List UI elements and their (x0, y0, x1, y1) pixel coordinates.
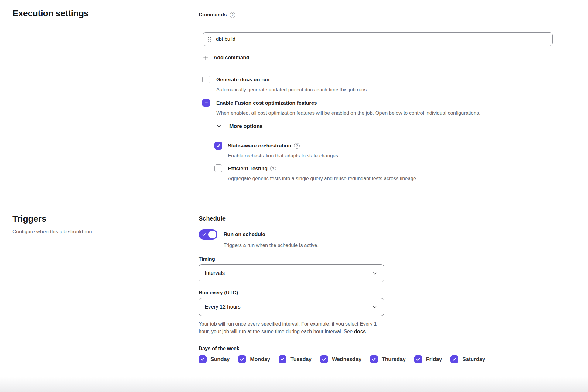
triggers-title: Triggers (12, 213, 199, 224)
toggle-knob (208, 231, 216, 238)
triggers-subtitle: Configure when this job should run. (12, 228, 199, 235)
day-label: Saturday (462, 356, 485, 363)
option-fusion-cost: Enable Fusion cost optimization features… (202, 99, 565, 116)
add-command-label: Add command (214, 54, 249, 61)
toggle-check-icon (202, 232, 206, 237)
chevron-down-icon (372, 305, 377, 309)
saturday-checkbox[interactable] (450, 355, 458, 363)
run-on-schedule-label: Run on schedule (224, 231, 319, 238)
monday-checkbox[interactable] (238, 355, 246, 363)
run-on-schedule-row: Run on schedule Triggers a run when the … (199, 229, 565, 248)
checkmark-icon (416, 357, 421, 362)
checkmark-icon (371, 357, 376, 362)
job-settings-page: Execution settings Commands ? Add comman… (0, 0, 588, 392)
checkmark-icon (240, 357, 244, 362)
timing-label: Timing (199, 255, 565, 262)
friday-checkbox[interactable] (414, 355, 422, 363)
day-item-wednesday: Wednesday (320, 355, 361, 363)
drag-handle-icon[interactable] (208, 37, 211, 42)
generate-docs-label: Generate docs on run (216, 76, 270, 83)
day-item-sunday: Sunday (199, 355, 230, 363)
triggers-section: Triggers Configure when this job should … (0, 201, 588, 363)
run-every-select-value: Every 12 hours (205, 304, 241, 310)
run-on-schedule-toggle[interactable] (199, 229, 217, 240)
efficient-testing-label: Efficient Testing (228, 165, 268, 172)
docs-link[interactable]: docs (354, 329, 366, 334)
state-aware-checkbox[interactable] (214, 142, 222, 150)
command-input[interactable] (216, 36, 548, 42)
chevron-down-icon (216, 123, 222, 129)
option-efficient-testing: Efficient Testing ? Aggregate generic te… (214, 165, 565, 182)
checkmark-icon (216, 143, 221, 148)
command-row (203, 32, 553, 46)
day-item-tuesday: Tuesday (279, 355, 312, 363)
timing-select-value: Intervals (205, 270, 225, 276)
commands-label-row: Commands ? (199, 12, 565, 18)
day-label: Wednesday (332, 356, 361, 363)
efficient-testing-help-icon[interactable]: ? (270, 166, 276, 171)
indeterminate-dash-icon (204, 101, 208, 105)
interval-help-text: Your job will run once every specified i… (199, 320, 378, 335)
more-options-panel: State-aware orchestration ? Enable orche… (214, 142, 565, 182)
efficient-testing-checkbox[interactable] (214, 164, 222, 172)
state-aware-help-icon[interactable]: ? (294, 143, 300, 149)
tuesday-checkbox[interactable] (279, 355, 286, 363)
days-of-week-label: Days of the week (199, 345, 565, 352)
run-every-select[interactable]: Every 12 hours (199, 298, 384, 316)
day-label: Tuesday (290, 356, 312, 363)
fusion-cost-label: Enable Fusion cost optimization features (216, 99, 317, 107)
commands-help-icon[interactable]: ? (230, 12, 235, 18)
state-aware-label: State-aware orchestration (228, 142, 291, 150)
day-item-saturday: Saturday (450, 355, 485, 363)
thursday-checkbox[interactable] (370, 355, 378, 363)
execution-settings-section: Execution settings Commands ? Add comman… (0, 0, 588, 182)
chevron-down-icon (372, 271, 377, 276)
fusion-cost-description: When enabled, all cost optimization feat… (216, 110, 480, 116)
days-of-week-row: Sunday Monday Tuesday Wednesday Thursday (199, 355, 565, 363)
add-command-button[interactable]: Add command (203, 54, 249, 61)
day-item-friday: Friday (414, 355, 442, 363)
plus-icon (203, 55, 208, 60)
fusion-cost-checkbox[interactable] (202, 99, 210, 107)
option-generate-docs: Generate docs on run Automatically gener… (202, 76, 565, 93)
more-options-expander[interactable]: More options (216, 123, 263, 130)
timing-select[interactable]: Intervals (199, 264, 384, 282)
day-item-thursday: Thursday (370, 355, 406, 363)
option-state-aware: State-aware orchestration ? Enable orche… (214, 142, 565, 159)
execution-settings-title: Execution settings (12, 8, 199, 19)
checkmark-icon (200, 357, 205, 362)
day-item-monday: Monday (238, 355, 270, 363)
run-every-label: Run every (UTC) (199, 289, 565, 296)
sunday-checkbox[interactable] (199, 355, 207, 363)
commands-label: Commands (199, 12, 227, 18)
checkmark-icon (280, 357, 285, 362)
checkmark-icon (322, 357, 326, 362)
state-aware-description: Enable orchestration that adapts to stat… (228, 152, 340, 159)
wednesday-checkbox[interactable] (320, 355, 328, 363)
run-on-schedule-description: Triggers a run when the schedule is acti… (224, 242, 319, 248)
day-label: Thursday (382, 356, 406, 363)
schedule-heading: Schedule (199, 215, 565, 222)
efficient-testing-description: Aggregate generic tests into a single qu… (228, 175, 418, 182)
day-label: Monday (250, 356, 270, 363)
day-label: Friday (426, 356, 442, 363)
day-label: Sunday (210, 356, 230, 363)
generate-docs-checkbox[interactable] (202, 76, 210, 83)
generate-docs-description: Automatically generate updated project d… (216, 86, 367, 93)
more-options-label: More options (229, 123, 263, 130)
checkmark-icon (452, 357, 457, 362)
bottom-scroll-fade (0, 377, 588, 392)
